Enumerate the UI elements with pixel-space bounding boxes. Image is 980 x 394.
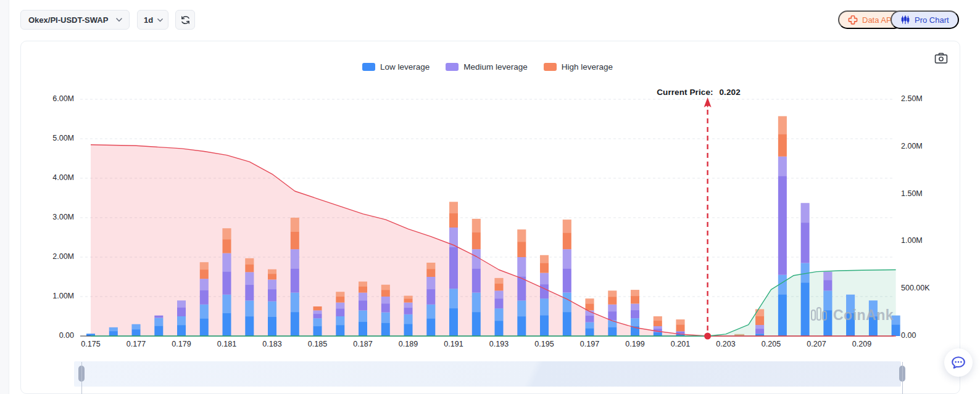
liq-bar[interactable]	[223, 228, 231, 336]
legend-item-low-leverage[interactable]: Low leverage	[362, 62, 430, 72]
liq-bar[interactable]	[755, 310, 764, 337]
liq-bar[interactable]	[336, 292, 344, 336]
x-axis-label: 0.195	[525, 340, 564, 348]
liq-bar[interactable]	[154, 316, 163, 336]
x-axis-label: 0.175	[71, 340, 110, 348]
page: Okex/PI-USDT-SWAP 1d Data API	[0, 0, 980, 394]
liq-bar[interactable]	[540, 255, 549, 336]
liq-bar[interactable]	[109, 327, 118, 336]
datazoom-left-handle[interactable]	[78, 366, 85, 382]
current-price-line	[704, 97, 712, 340]
x-axis-label: 0.187	[343, 340, 383, 348]
pair-select[interactable]: Okex/PI-USDT-SWAP	[20, 10, 130, 30]
liq-bar[interactable]	[472, 219, 481, 336]
x-axis-label: 0.199	[615, 340, 655, 348]
datazoom-left-hairline	[81, 362, 82, 394]
liq-bar[interactable]	[291, 218, 299, 336]
y-axis-right-label: 2.50M	[901, 94, 923, 103]
liq-bar[interactable]	[495, 278, 504, 336]
refresh-icon	[180, 15, 191, 25]
x-axis-label: 0.181	[207, 340, 247, 348]
chevron-down-icon	[115, 16, 123, 23]
y-axis-left-label: 3.00M	[42, 213, 74, 221]
liq-bar[interactable]	[563, 220, 571, 336]
y-axis-right-label: 2.00M	[901, 142, 923, 150]
liq-bar[interactable]	[654, 316, 662, 336]
chat-bubble-icon	[950, 355, 966, 370]
y-axis-right-label: 1.00M	[901, 236, 923, 245]
liq-bar[interactable]	[314, 306, 322, 336]
liq-bar[interactable]	[359, 282, 367, 336]
liq-bar[interactable]	[846, 295, 855, 336]
liq-bar[interactable]	[823, 272, 832, 336]
y-axis-left-label: 4.00M	[42, 173, 74, 182]
datazoom-right-hairline	[902, 362, 903, 394]
y-axis-left-label: 1.00M	[42, 292, 74, 300]
legend-swatch	[544, 63, 557, 71]
y-axis-right-label: 500.00K	[901, 284, 930, 292]
liq-bar[interactable]	[404, 296, 413, 336]
liq-bar[interactable]	[132, 324, 141, 336]
liq-bar[interactable]	[631, 290, 639, 336]
legend-label: Medium leverage	[463, 62, 528, 72]
page-left-gutter	[0, 0, 9, 394]
refresh-button[interactable]	[175, 10, 195, 30]
x-axis-label: 0.179	[162, 340, 201, 348]
x-axis-label: 0.191	[434, 340, 473, 348]
x-axis-label: 0.183	[252, 340, 292, 348]
x-axis-label: 0.201	[661, 340, 700, 348]
x-axis-label: 0.203	[706, 340, 745, 348]
y-axis-left-label: 6.00M	[42, 94, 74, 103]
datazoom-right-handle[interactable]	[899, 366, 905, 382]
x-axis-label: 0.185	[298, 340, 338, 348]
chevron-down-icon	[157, 17, 164, 23]
legend-swatch	[446, 63, 459, 71]
pro-chart-button[interactable]: Pro Chart	[891, 10, 959, 29]
y-axis-right-label: 1.50M	[901, 189, 923, 198]
legend-label: Low leverage	[380, 62, 430, 72]
y-axis-right-label: 0.00	[901, 331, 916, 340]
data-api-label: Data API	[862, 15, 894, 25]
x-axis-label: 0.193	[480, 340, 519, 348]
liq-bar[interactable]	[200, 262, 209, 336]
camera-icon	[934, 52, 948, 64]
x-axis-label: 0.177	[117, 340, 156, 348]
chat-support-button[interactable]	[944, 348, 973, 377]
interval-select-value: 1d	[144, 15, 153, 25]
pro-chart-label: Pro Chart	[915, 15, 949, 25]
liq-bar[interactable]	[801, 203, 810, 336]
data-api-icon	[848, 15, 858, 25]
x-axis-label: 0.205	[752, 340, 791, 348]
legend-label: High leverage	[562, 62, 613, 72]
chart-legend: Low leverageMedium leverageHigh leverage	[80, 62, 895, 72]
y-axis-left-label: 2.00M	[42, 252, 74, 261]
legend-item-medium-leverage[interactable]: Medium leverage	[446, 62, 528, 72]
y-axis-left-label: 0.00	[42, 331, 74, 340]
liq-bar[interactable]	[778, 117, 787, 337]
x-axis-label: 0.207	[797, 340, 836, 348]
liq-bar[interactable]	[892, 316, 900, 336]
interval-select[interactable]: 1d	[137, 10, 168, 30]
liq-bar[interactable]	[381, 285, 390, 336]
liq-bar[interactable]	[869, 300, 878, 336]
liq-bar[interactable]	[268, 269, 276, 336]
liq-bar[interactable]	[608, 290, 617, 336]
liquidation-chart-plot[interactable]	[80, 92, 901, 339]
x-axis-label: 0.189	[389, 340, 428, 348]
liq-bar[interactable]	[517, 229, 526, 336]
liq-bar[interactable]	[245, 258, 254, 336]
screenshot-button[interactable]	[931, 49, 951, 67]
legend-item-high-leverage[interactable]: High leverage	[544, 62, 613, 72]
x-axis-label: 0.209	[842, 340, 882, 348]
legend-swatch	[362, 63, 375, 71]
y-axis-left-label: 5.00M	[42, 134, 74, 142]
liq-bar[interactable]	[449, 202, 458, 336]
x-axis-label: 0.197	[570, 340, 610, 348]
liq-bar[interactable]	[586, 298, 594, 336]
liq-bar[interactable]	[426, 263, 435, 336]
liq-bar[interactable]	[177, 300, 186, 336]
pair-select-value: Okex/PI-USDT-SWAP	[28, 15, 108, 25]
datazoom-slider[interactable]	[74, 361, 901, 387]
candlestick-chart-icon	[900, 15, 910, 25]
